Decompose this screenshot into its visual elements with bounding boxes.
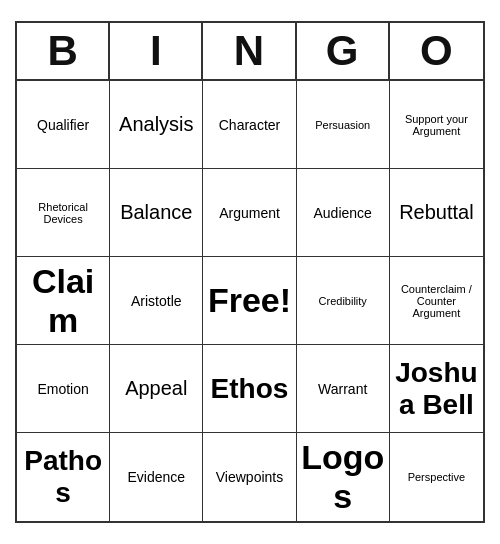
bingo-letter-g: G xyxy=(297,23,390,79)
cell-text-7: Argument xyxy=(219,205,280,221)
cell-text-1: Analysis xyxy=(119,113,193,136)
cell-text-6: Balance xyxy=(120,201,192,224)
bingo-cell-3: Persuasion xyxy=(297,81,390,169)
cell-text-13: Credibility xyxy=(319,295,367,307)
cell-text-23: Logos xyxy=(301,438,385,516)
bingo-cell-9: Rebuttal xyxy=(390,169,483,257)
bingo-cell-20: Pathos xyxy=(17,433,110,521)
bingo-letter-n: N xyxy=(203,23,296,79)
cell-text-2: Character xyxy=(219,117,280,133)
cell-text-8: Audience xyxy=(314,205,372,221)
cell-text-11: Aristotle xyxy=(131,293,182,309)
bingo-letter-b: B xyxy=(17,23,110,79)
cell-text-4: Support your Argument xyxy=(394,113,479,137)
bingo-cell-23: Logos xyxy=(297,433,390,521)
bingo-cell-10: Claim xyxy=(17,257,110,345)
bingo-cell-19: Joshua Bell xyxy=(390,345,483,433)
bingo-letter-i: I xyxy=(110,23,203,79)
cell-text-17: Ethos xyxy=(211,373,289,405)
bingo-cell-2: Character xyxy=(203,81,296,169)
cell-text-19: Joshua Bell xyxy=(394,357,479,421)
cell-text-16: Appeal xyxy=(125,377,187,400)
cell-text-10: Claim xyxy=(21,262,105,340)
cell-text-14: Counterclaim / Counter Argument xyxy=(394,283,479,319)
cell-text-3: Persuasion xyxy=(315,119,370,131)
bingo-cell-8: Audience xyxy=(297,169,390,257)
cell-text-9: Rebuttal xyxy=(399,201,474,224)
bingo-header: BINGO xyxy=(17,23,483,81)
cell-text-0: Qualifier xyxy=(37,117,89,133)
bingo-cell-14: Counterclaim / Counter Argument xyxy=(390,257,483,345)
bingo-cell-21: Evidence xyxy=(110,433,203,521)
bingo-cell-12: Free! xyxy=(203,257,296,345)
bingo-cell-18: Warrant xyxy=(297,345,390,433)
bingo-cell-4: Support your Argument xyxy=(390,81,483,169)
bingo-letter-o: O xyxy=(390,23,483,79)
bingo-cell-6: Balance xyxy=(110,169,203,257)
bingo-grid: QualifierAnalysisCharacterPersuasionSupp… xyxy=(17,81,483,521)
cell-text-5: Rhetorical Devices xyxy=(21,201,105,225)
cell-text-15: Emotion xyxy=(37,381,88,397)
bingo-cell-13: Credibility xyxy=(297,257,390,345)
bingo-cell-15: Emotion xyxy=(17,345,110,433)
bingo-card: BINGO QualifierAnalysisCharacterPersuasi… xyxy=(15,21,485,523)
cell-text-18: Warrant xyxy=(318,381,367,397)
bingo-cell-7: Argument xyxy=(203,169,296,257)
bingo-cell-24: Perspective xyxy=(390,433,483,521)
bingo-cell-0: Qualifier xyxy=(17,81,110,169)
bingo-cell-5: Rhetorical Devices xyxy=(17,169,110,257)
cell-text-20: Pathos xyxy=(21,445,105,509)
cell-text-24: Perspective xyxy=(408,471,465,483)
bingo-cell-11: Aristotle xyxy=(110,257,203,345)
bingo-cell-1: Analysis xyxy=(110,81,203,169)
bingo-cell-22: Viewpoints xyxy=(203,433,296,521)
bingo-cell-17: Ethos xyxy=(203,345,296,433)
bingo-cell-16: Appeal xyxy=(110,345,203,433)
cell-text-21: Evidence xyxy=(127,469,185,485)
cell-text-22: Viewpoints xyxy=(216,469,283,485)
cell-text-12: Free! xyxy=(208,281,291,320)
